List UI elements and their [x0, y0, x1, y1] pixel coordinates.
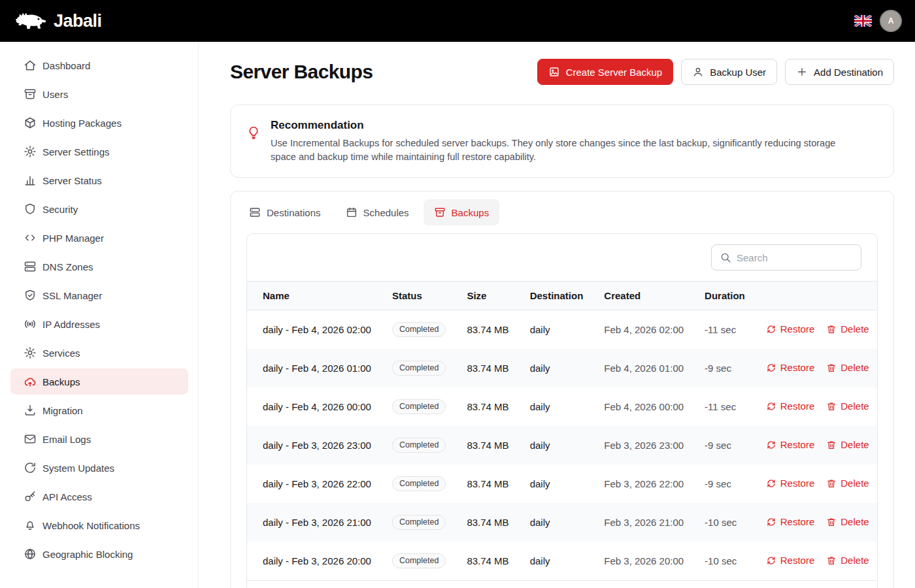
delete-button[interactable]: Delete	[826, 362, 869, 373]
lightbulb-icon	[246, 125, 261, 140]
delete-button[interactable]: Delete	[826, 478, 869, 489]
backup-size: 83.74 MB	[467, 401, 508, 412]
backup-user-label: Backup User	[710, 67, 766, 78]
delete-button[interactable]: Delete	[826, 516, 869, 527]
search-input[interactable]	[737, 252, 867, 263]
sidebar-item-backups[interactable]: Backups	[10, 368, 188, 395]
sidebar-item-label: Hosting Packages	[42, 118, 122, 129]
delete-button[interactable]: Delete	[826, 439, 869, 450]
sidebar-item-system-updates[interactable]: System Updates	[10, 455, 188, 481]
sidebar-item-webhook-notifications[interactable]: Webhook Notifications	[10, 512, 188, 538]
backup-size: 83.74 MB	[467, 440, 508, 451]
sidebar-item-php-manager[interactable]: PHP Manager	[10, 225, 188, 251]
backup-created: Feb 3, 2026 22:00	[604, 478, 684, 489]
backups-icon	[24, 375, 37, 388]
status-badge: Completed	[392, 515, 446, 530]
sidebar-item-label: Services	[42, 348, 80, 359]
sidebar-item-services[interactable]: Services	[10, 340, 188, 366]
backup-name: daily - Feb 4, 2026 02:00	[263, 324, 371, 335]
backup-name: daily - Feb 3, 2026 22:00	[263, 478, 371, 489]
delete-button-label: Delete	[840, 400, 869, 412]
restore-icon	[766, 324, 776, 335]
sidebar-item-dashboard[interactable]: Dashboard	[10, 52, 188, 78]
recommendation-body: Use Incremental Backups for scheduled se…	[271, 137, 859, 163]
table-footer: Showing 1 to 7 of 7 results Per page 10	[247, 580, 877, 588]
sidebar-item-ip-addresses[interactable]: IP Addresses	[10, 311, 188, 337]
delete-button[interactable]: Delete	[826, 555, 869, 566]
language-flag-button[interactable]	[854, 15, 872, 27]
tab-backups[interactable]: Backups	[424, 199, 500, 225]
create-server-backup-button[interactable]: Create Server Backup	[537, 59, 674, 85]
delete-button-label: Delete	[840, 439, 869, 450]
sidebar-item-security[interactable]: Security	[10, 196, 188, 222]
column-header-size: Size	[456, 282, 519, 310]
restore-button[interactable]: Restore	[766, 323, 815, 335]
sidebar-item-api-access[interactable]: API Access	[10, 483, 188, 510]
avatar[interactable]: A	[881, 11, 901, 31]
backup-created: Feb 3, 2026 21:00	[604, 517, 684, 528]
sidebar-item-label: Server Status	[42, 175, 102, 186]
delete-button[interactable]: Delete	[826, 323, 869, 335]
sidebar-item-geographic-blocking[interactable]: Geographic Blocking	[10, 541, 188, 567]
restore-button[interactable]: Restore	[766, 439, 815, 450]
sidebar-item-server-settings[interactable]: Server Settings	[10, 139, 188, 165]
delete-button-label: Delete	[840, 323, 869, 335]
sidebar-item-ssl-manager[interactable]: SSL Manager	[10, 282, 188, 308]
users-icon	[24, 88, 37, 101]
tab-label: Destinations	[267, 207, 321, 218]
tab-destinations[interactable]: Destinations	[239, 199, 331, 225]
restore-button-label: Restore	[780, 555, 815, 566]
brand-name: Jabali	[54, 11, 102, 31]
sidebar-item-users[interactable]: Users	[10, 81, 188, 107]
backup-name: daily - Feb 3, 2026 21:00	[263, 517, 371, 528]
backup-user-button[interactable]: Backup User	[681, 59, 777, 85]
column-header-status: Status	[382, 282, 456, 310]
add-destination-button[interactable]: Add Destination	[785, 59, 894, 85]
restore-button[interactable]: Restore	[766, 362, 815, 373]
backup-destination: daily	[530, 555, 550, 566]
search-box	[711, 244, 861, 270]
backups-tab-icon	[434, 206, 446, 218]
restore-button[interactable]: Restore	[766, 555, 815, 566]
column-header-created: Created	[593, 282, 694, 310]
restore-icon	[766, 363, 776, 373]
sidebar-item-label: PHP Manager	[42, 233, 104, 244]
backup-user-icon	[692, 66, 704, 78]
backups-panel: DestinationsSchedulesBackups	[230, 191, 894, 588]
sidebar-item-email-logs[interactable]: Email Logs	[10, 426, 188, 452]
table-row: daily - Feb 3, 2026 21:00Completed83.74 …	[247, 503, 878, 542]
sidebar-item-label: DNS Zones	[42, 261, 93, 272]
status-badge: Completed	[392, 322, 446, 337]
main-content: Server Backups Create Server Backup Back…	[199, 42, 915, 588]
backups-table-card: NameStatusSizeDestinationCreatedDuration…	[246, 233, 878, 588]
webhook-notifications-icon	[24, 519, 37, 532]
table-header-row: NameStatusSizeDestinationCreatedDuration	[247, 282, 878, 310]
add-destination-icon	[796, 66, 808, 78]
table-row: daily - Feb 4, 2026 02:00Completed83.74 …	[247, 310, 878, 350]
sidebar-item-hosting-packages[interactable]: Hosting Packages	[10, 110, 188, 136]
tab-label: Schedules	[363, 207, 409, 218]
sidebar-item-server-status[interactable]: Server Status	[10, 167, 188, 193]
page-title: Server Backups	[230, 61, 373, 83]
sidebar-item-label: Geographic Blocking	[42, 549, 133, 560]
backup-duration: -11 sec	[705, 324, 736, 335]
sidebar-item-dns-zones[interactable]: DNS Zones	[10, 253, 188, 280]
backup-name: daily - Feb 3, 2026 23:00	[263, 440, 371, 451]
tab-schedules[interactable]: Schedules	[335, 199, 420, 225]
delete-button[interactable]: Delete	[826, 400, 869, 412]
backup-size: 83.74 MB	[467, 363, 508, 374]
restore-button[interactable]: Restore	[766, 478, 815, 489]
sidebar-nav: DashboardUsersHosting PackagesServer Set…	[0, 52, 198, 567]
status-badge: Completed	[392, 553, 446, 568]
restore-button[interactable]: Restore	[766, 400, 815, 412]
brand-logo[interactable]: Jabali	[14, 10, 102, 32]
backup-duration: -9 sec	[705, 440, 731, 451]
status-badge: Completed	[392, 361, 446, 376]
sidebar-item-label: API Access	[42, 491, 92, 502]
backup-created: Feb 3, 2026 20:00	[604, 555, 684, 566]
backup-destination: daily	[530, 401, 550, 412]
restore-button[interactable]: Restore	[766, 516, 815, 527]
sidebar-item-migration[interactable]: Migration	[10, 397, 188, 423]
dns-zones-icon	[24, 260, 37, 273]
status-badge: Completed	[392, 399, 446, 414]
